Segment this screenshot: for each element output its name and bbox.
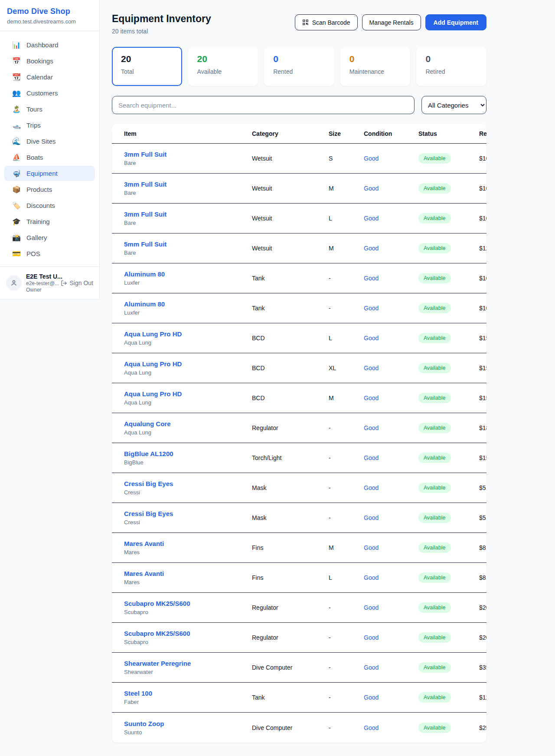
item-name-link[interactable]: 3mm Full Suit — [124, 210, 252, 218]
table-row[interactable]: 3mm Full SuitBareWetsuitLGoodAvailable$1… — [112, 204, 486, 233]
table-row[interactable]: Aqualung CoreAqua LungRegulator-GoodAvai… — [112, 413, 486, 443]
table-row[interactable]: 3mm Full SuitBareWetsuitMGoodAvailable$1… — [112, 174, 486, 204]
item-name-link[interactable]: Aqua Lung Pro HD — [124, 390, 252, 398]
item-name-link[interactable]: Aqua Lung Pro HD — [124, 330, 252, 338]
search-input[interactable] — [112, 96, 415, 114]
item-name-link[interactable]: 3mm Full Suit — [124, 151, 252, 158]
calendar-date-icon: 📅 — [12, 58, 21, 65]
item-name-link[interactable]: Scubapro MK25/S600 — [124, 600, 252, 607]
condition-link[interactable]: Good — [364, 484, 379, 491]
condition-link[interactable]: Good — [364, 365, 379, 371]
table-header-row: ItemCategorySizeConditionStatusRental — [112, 124, 486, 144]
sidebar-item-label: POS — [26, 250, 40, 257]
size-cell: - — [329, 305, 364, 312]
item-name-link[interactable]: Aluminum 80 — [124, 270, 252, 278]
wave-icon: 🌊 — [12, 138, 21, 145]
condition-link[interactable]: Good — [364, 185, 379, 192]
table-row[interactable]: Aqua Lung Pro HDAqua LungBCDXLGoodAvaila… — [112, 353, 486, 383]
sidebar-item-tours[interactable]: 🏝️Tours — [4, 102, 95, 117]
condition-link[interactable]: Good — [364, 454, 379, 461]
table-row[interactable]: 5mm Full SuitBareWetsuitMGoodAvailable$1… — [112, 233, 486, 263]
table-row[interactable]: Aqua Lung Pro HDAqua LungBCDLGoodAvailab… — [112, 323, 486, 353]
filters-row: All Categories — [112, 96, 486, 114]
condition-link[interactable]: Good — [364, 394, 379, 401]
brand-title[interactable]: Demo Dive Shop — [7, 7, 92, 16]
condition-link[interactable]: Good — [364, 664, 379, 671]
stat-card-total[interactable]: 20Total — [112, 47, 182, 86]
table-row[interactable]: Suunto ZoopSuuntoDive Computer-GoodAvail… — [112, 713, 486, 743]
sidebar-item-training[interactable]: 🎓Training — [4, 214, 95, 229]
item-name-link[interactable]: Mares Avanti — [124, 540, 252, 547]
condition-cell: Good — [364, 484, 418, 491]
manage-rentals-label: Manage Rentals — [369, 19, 414, 26]
manage-rentals-button[interactable]: Manage Rentals — [362, 14, 421, 30]
item-name-link[interactable]: Scubapro MK25/S600 — [124, 630, 252, 637]
item-name-link[interactable]: BigBlue AL1200 — [124, 450, 252, 457]
condition-link[interactable]: Good — [364, 544, 379, 551]
table-row[interactable]: Steel 100FaberTank-GoodAvailable$12.00/d… — [112, 683, 486, 713]
sidebar-item-trips[interactable]: 🛥️Trips — [4, 118, 95, 133]
condition-link[interactable]: Good — [364, 574, 379, 581]
condition-link[interactable]: Good — [364, 305, 379, 312]
stat-card-rented[interactable]: 0Rented — [264, 47, 334, 86]
item-name-link[interactable]: Aqua Lung Pro HD — [124, 360, 252, 368]
table-row[interactable]: Aqua Lung Pro HDAqua LungBCDMGoodAvailab… — [112, 383, 486, 413]
table-row[interactable]: Mares AvantiMaresFinsLGoodAvailable$8.00… — [112, 563, 486, 593]
condition-link[interactable]: Good — [364, 245, 379, 252]
sidebar-item-equipment[interactable]: 🤿Equipment — [4, 166, 95, 181]
stat-card-maintenance[interactable]: 0Maintenance — [340, 47, 411, 86]
table-row[interactable]: Aluminum 80LuxferTank-GoodAvailable$10.0… — [112, 293, 486, 323]
condition-cell: Good — [364, 544, 418, 551]
item-name-link[interactable]: Aqualung Core — [124, 420, 252, 427]
item-name-link[interactable]: Cressi Big Eyes — [124, 480, 252, 487]
table-row[interactable]: 3mm Full SuitBareWetsuitSGoodAvailable$1… — [112, 144, 486, 174]
sidebar-item-pos[interactable]: 💳POS — [4, 246, 95, 261]
condition-link[interactable]: Good — [364, 634, 379, 641]
table-row[interactable]: Cressi Big EyesCressiMask-GoodAvailable$… — [112, 473, 486, 503]
item-name-link[interactable]: 3mm Full Suit — [124, 181, 252, 188]
add-equipment-button[interactable]: Add Equipment — [425, 14, 486, 30]
condition-link[interactable]: Good — [364, 335, 379, 342]
sidebar-item-dive-sites[interactable]: 🌊Dive Sites — [4, 134, 95, 149]
item-name-link[interactable]: 5mm Full Suit — [124, 240, 252, 248]
table-row[interactable]: Scubapro MK25/S600ScubaproRegulator-Good… — [112, 623, 486, 653]
condition-link[interactable]: Good — [364, 215, 379, 222]
calendar-icon: 📆 — [12, 74, 21, 81]
sidebar-item-calendar[interactable]: 📆Calendar — [4, 69, 95, 85]
sidebar-item-boats[interactable]: ⛵Boats — [4, 150, 95, 165]
sidebar-item-gallery[interactable]: 📸Gallery — [4, 230, 95, 245]
table-row[interactable]: Cressi Big EyesCressiMask-GoodAvailable$… — [112, 503, 486, 533]
table-row[interactable]: BigBlue AL1200BigBlueTorch/Light-GoodAva… — [112, 443, 486, 473]
sidebar-item-products[interactable]: 📦Products — [4, 182, 95, 197]
scan-barcode-button[interactable]: Scan Barcode — [295, 14, 358, 30]
condition-link[interactable]: Good — [364, 514, 379, 521]
item-name-link[interactable]: Steel 100 — [124, 690, 252, 697]
condition-link[interactable]: Good — [364, 604, 379, 611]
sidebar-item-discounts[interactable]: 🏷️Discounts — [4, 198, 95, 213]
table-row[interactable]: Shearwater PeregrineShearwaterDive Compu… — [112, 653, 486, 683]
stat-card-available[interactable]: 20Available — [188, 47, 258, 86]
item-name-link[interactable]: Aluminum 80 — [124, 300, 252, 308]
condition-link[interactable]: Good — [364, 694, 379, 701]
credit-card-icon: 💳 — [12, 250, 21, 257]
table-row[interactable]: Aluminum 80LuxferTank-GoodAvailable$10.0… — [112, 263, 486, 293]
condition-link[interactable]: Good — [364, 155, 379, 162]
sidebar-item-dashboard[interactable]: 📊Dashboard — [4, 37, 95, 53]
item-cell: 5mm Full SuitBare — [124, 240, 252, 256]
item-name-link[interactable]: Shearwater Peregrine — [124, 660, 252, 667]
table-row[interactable]: Scubapro MK25/S600ScubaproRegulator-Good… — [112, 593, 486, 623]
table-row[interactable]: Mares AvantiMaresFinsMGoodAvailable$8.00… — [112, 533, 486, 563]
item-name-link[interactable]: Suunto Zoop — [124, 720, 252, 727]
category-select[interactable]: All Categories — [421, 96, 486, 114]
item-brand: Suunto — [124, 729, 252, 736]
item-name-link[interactable]: Mares Avanti — [124, 570, 252, 577]
status-cell: Available — [418, 183, 479, 194]
sign-out-button[interactable]: Sign Out — [61, 279, 93, 286]
item-name-link[interactable]: Cressi Big Eyes — [124, 510, 252, 517]
condition-link[interactable]: Good — [364, 275, 379, 282]
sidebar-item-customers[interactable]: 👥Customers — [4, 85, 95, 101]
sidebar-item-bookings[interactable]: 📅Bookings — [4, 53, 95, 69]
condition-link[interactable]: Good — [364, 424, 379, 431]
stat-card-retired[interactable]: 0Retired — [416, 47, 486, 86]
condition-link[interactable]: Good — [364, 724, 379, 731]
